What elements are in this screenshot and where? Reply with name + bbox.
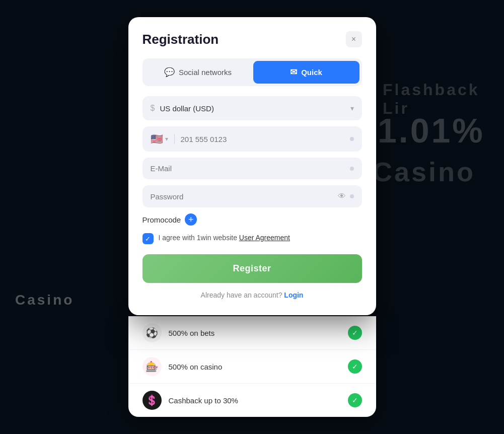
sports-icon: ⚽: [146, 327, 158, 339]
phone-info-dot: [350, 137, 354, 141]
password-info-dot: [350, 194, 354, 198]
casino-icon: 🎰: [146, 360, 158, 373]
tab-quick-label: Quick: [301, 68, 322, 77]
tab-social-networks[interactable]: 💬 Social networks: [145, 61, 251, 84]
casino-bonus-text: 500% on casino: [169, 363, 341, 371]
password-input-wrapper: 👁: [142, 185, 362, 207]
register-button[interactable]: Register: [142, 254, 362, 283]
currency-value: US dollar (USD): [160, 104, 345, 113]
add-promocode-button[interactable]: +: [185, 213, 197, 226]
sports-bonus-check: ✓: [348, 326, 362, 340]
modal-wrapper: Registration × 💬 Social networks ✉ Quick…: [128, 17, 376, 417]
phone-divider: [174, 134, 175, 144]
bonus-section: ⚽ 500% on bets ✓ 🎰 500% on casino ✓ 💲 Ca…: [128, 316, 376, 417]
casino-bonus-icon-wrap: 🎰: [142, 357, 162, 376]
sports-bonus-icon-wrap: ⚽: [142, 323, 162, 342]
checkmark-icon: ✓: [145, 235, 151, 243]
cashback-icon: 💲: [146, 394, 158, 406]
dollar-icon: $: [151, 104, 155, 113]
promocode-label: Promocode: [142, 215, 181, 224]
social-icon: 💬: [164, 67, 175, 78]
tab-quick[interactable]: ✉ Quick: [253, 61, 359, 84]
login-row: Already have an account? Login: [142, 291, 362, 299]
currency-select[interactable]: $ US dollar (USD) ▾: [142, 96, 362, 120]
bonus-item-casino: 🎰 500% on casino ✓: [128, 350, 376, 384]
agreement-text: I agree with 1win website User Agreement: [159, 233, 290, 243]
email-tab-icon: ✉: [290, 67, 297, 78]
casino-check-icon: ✓: [352, 363, 358, 371]
login-link[interactable]: Login: [284, 291, 303, 299]
email-input-wrapper: [142, 158, 362, 179]
phone-input-wrapper: 🇺🇸 ▾: [142, 126, 362, 152]
flag-icon: 🇺🇸: [151, 133, 163, 145]
tabs-container: 💬 Social networks ✉ Quick: [142, 58, 362, 86]
tab-social-label: Social networks: [179, 68, 232, 77]
email-input[interactable]: [151, 164, 346, 173]
chevron-down-icon: ▾: [350, 104, 354, 112]
cashback-check-icon: ✓: [352, 396, 358, 404]
eye-icon[interactable]: 👁: [338, 192, 346, 201]
cashback-bonus-icon-wrap: 💲: [142, 391, 162, 410]
close-button[interactable]: ×: [346, 31, 362, 47]
login-prompt-text: Already have an account?: [201, 291, 282, 299]
agreement-row: ✓ I agree with 1win website User Agreeme…: [142, 233, 362, 244]
password-input[interactable]: [151, 192, 334, 201]
sports-bonus-text: 500% on bets: [169, 329, 341, 337]
cashback-bonus-check: ✓: [348, 393, 362, 407]
sports-check-icon: ✓: [352, 329, 358, 337]
currency-select-wrapper: $ US dollar (USD) ▾: [142, 96, 362, 120]
phone-input[interactable]: [181, 135, 346, 143]
registration-modal: Registration × 💬 Social networks ✉ Quick…: [128, 17, 376, 315]
flag-chevron-icon: ▾: [165, 135, 168, 142]
user-agreement-link[interactable]: User Agreement: [239, 234, 290, 242]
modal-title: Registration: [142, 32, 219, 47]
casino-bonus-check: ✓: [348, 359, 362, 374]
email-info-dot: [350, 167, 354, 171]
cashback-bonus-text: Cashback up to 30%: [169, 396, 341, 405]
promocode-row: Promocode +: [142, 213, 362, 226]
bonus-item-sports: ⚽ 500% on bets ✓: [128, 316, 376, 350]
agreement-checkbox[interactable]: ✓: [142, 233, 154, 244]
bonus-item-cashback: 💲 Cashback up to 30% ✓: [128, 384, 376, 417]
country-flag-button[interactable]: 🇺🇸 ▾: [151, 133, 168, 145]
modal-header: Registration ×: [142, 31, 362, 47]
